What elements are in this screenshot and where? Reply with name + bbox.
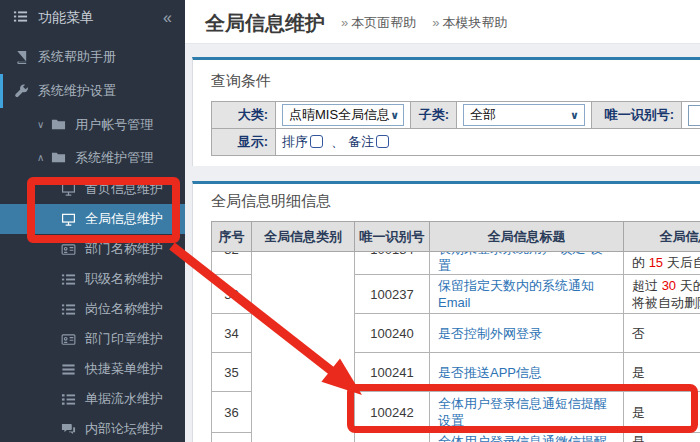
chevron-down-icon: ∨ xyxy=(390,110,399,121)
idcard-icon xyxy=(61,242,76,257)
cell-content: 的 15 天后自动 xyxy=(624,252,700,275)
page-help-link[interactable]: »本页面帮助 xyxy=(341,14,416,34)
sidebar-item-部门名称维护[interactable]: 部门名称维护 xyxy=(0,234,185,264)
sidebar-item-label: 系统维护设置 xyxy=(38,82,116,100)
sort-label: 排序 xyxy=(282,134,308,149)
detail-heading: 全局信息明细信息 xyxy=(211,192,700,211)
remark-label: 备注 xyxy=(348,134,374,149)
cell-content: 超过 30 天的系将被自动删除 xyxy=(624,275,700,314)
sidebar-item-系统帮助手册[interactable]: 系统帮助手册 xyxy=(0,40,185,74)
list-icon xyxy=(61,272,76,287)
cell-uid: 100184 xyxy=(355,252,430,275)
sidebar-header: 功能菜单 « xyxy=(0,0,185,36)
chevrons-right-icon: » xyxy=(432,15,439,30)
cell-title[interactable]: 全体用户登录信息通短信提醒设置 xyxy=(430,392,624,433)
column-header: 全局信息类别 xyxy=(252,222,355,252)
cell-serial: 33 xyxy=(212,275,252,314)
major-category-select[interactable]: 点晴MIS全局信息∨ xyxy=(282,104,404,126)
sidebar-item-单据流水维护[interactable]: 单据流水维护 xyxy=(0,384,185,414)
page-header: 全局信息维护 »本页面帮助 »本模块帮助 xyxy=(185,0,700,44)
cell-uid: 100240 xyxy=(355,314,430,353)
query-heading: 查询条件 xyxy=(211,72,700,91)
sidebar-item-部门印章维护[interactable]: 部门印章维护 xyxy=(0,324,185,354)
menu-list-icon xyxy=(13,9,28,27)
chevron-up-icon: ∧ xyxy=(37,152,44,163)
comments-icon xyxy=(61,422,76,437)
cell-serial: 34 xyxy=(212,314,252,353)
collapse-icon[interactable]: « xyxy=(163,9,172,27)
monitor-icon xyxy=(61,212,76,227)
idcard-icon xyxy=(61,332,76,347)
cell-title[interactable]: 长期未登录系统用户“锁定”设置 xyxy=(430,252,624,275)
sidebar-item-label: 全局信息维护 xyxy=(85,210,163,228)
sidebar-item-岗位名称维护[interactable]: 岗位名称维护 xyxy=(0,294,185,324)
sidebar-item-label: 单据流水维护 xyxy=(85,390,163,408)
cell-title[interactable]: 是否推送APP信息 xyxy=(430,353,624,392)
sidebar-item-快捷菜单维护[interactable]: 快捷菜单维护 xyxy=(0,354,185,384)
sidebar-item-全局信息维护[interactable]: 全局信息维护 xyxy=(0,204,185,234)
sidebar-item-label: 首页信息维护 xyxy=(85,180,163,198)
cell-title[interactable]: 全体用户登录信息通微信提醒设置 xyxy=(430,433,624,442)
uid-input[interactable] xyxy=(688,105,700,126)
module-help-link[interactable]: »本模块帮助 xyxy=(432,14,507,34)
detail-panel: 全局信息明细信息 序号全局信息类别唯一识别号全局信息标题全局信息内容 32100… xyxy=(192,181,700,442)
monitor-icon xyxy=(61,182,76,197)
cell-uid: 100241 xyxy=(355,353,430,392)
sidebar-item-label: 内部论坛维护 xyxy=(85,420,163,438)
cell-content: 是 xyxy=(624,433,700,442)
cell-serial: 32 xyxy=(212,252,252,275)
sub-category-label: 子类: xyxy=(411,102,457,129)
sidebar-item-系统维护设置[interactable]: 系统维护设置 xyxy=(0,74,185,108)
detail-table: 序号全局信息类别唯一识别号全局信息标题全局信息内容 32100184长期未登录系… xyxy=(211,221,700,442)
cell-content: 是 xyxy=(624,392,700,433)
column-header: 全局信息内容 xyxy=(624,222,700,252)
cell-content: 否 xyxy=(624,314,700,353)
sidebar-item-内部论坛维护[interactable]: 内部论坛维护 xyxy=(0,414,185,442)
bars-icon xyxy=(61,362,76,377)
sidebar-item-label: 系统维护管理 xyxy=(75,149,153,167)
sidebar-nav: 系统帮助手册系统维护设置∨用户帐号管理∧系统维护管理首页信息维护全局信息维护部门… xyxy=(0,40,185,442)
book-icon xyxy=(14,50,29,65)
sidebar-item-label: 职级名称维护 xyxy=(85,270,163,288)
query-panel: 查询条件 大类: 点晴MIS全局信息∨ 子类: 全部∨ 唯一识别号: xyxy=(192,57,700,166)
cell-serial: 35 xyxy=(212,353,252,392)
uid-label: 唯一识别号: xyxy=(592,102,682,129)
folder-icon xyxy=(51,150,66,165)
sidebar-item-职级名称维护[interactable]: 职级名称维护 xyxy=(0,264,185,294)
sidebar-item-系统维护管理[interactable]: ∧系统维护管理 xyxy=(0,141,185,174)
remark-checkbox[interactable] xyxy=(376,135,389,148)
sidebar-item-首页信息维护[interactable]: 首页信息维护 xyxy=(0,174,185,204)
sidebar-item-label: 快捷菜单维护 xyxy=(85,360,163,378)
main-content: 全局信息维护 »本页面帮助 »本模块帮助 查询条件 大类: 点晴MIS全局信息∨… xyxy=(185,0,700,442)
cell-uid xyxy=(355,433,430,442)
query-form: 大类: 点晴MIS全局信息∨ 子类: 全部∨ 唯一识别号: xyxy=(211,101,700,156)
table-header-row: 序号全局信息类别唯一识别号全局信息标题全局信息内容 xyxy=(212,222,700,252)
sub-category-select[interactable]: 全部∨ xyxy=(463,104,585,126)
column-header: 序号 xyxy=(212,222,252,252)
sidebar-title: 功能菜单 xyxy=(38,9,94,27)
cell-title[interactable]: 保留指定天数内的系统通知Email xyxy=(430,275,624,314)
list-icon xyxy=(61,302,76,317)
cell-serial: 36 xyxy=(212,392,252,433)
sort-checkbox[interactable] xyxy=(310,135,323,148)
wrench-icon xyxy=(14,84,29,99)
sidebar-item-label: 系统帮助手册 xyxy=(38,48,116,66)
cell-serial xyxy=(212,433,252,442)
display-label: 显示: xyxy=(212,129,276,156)
table-row: 32100184长期未登录系统用户“锁定”设置的 15 天后自动 xyxy=(212,252,700,275)
cell-uid: 100242 xyxy=(355,392,430,433)
cell-title[interactable]: 是否控制外网登录 xyxy=(430,314,624,353)
column-header: 唯一识别号 xyxy=(355,222,430,252)
column-header: 全局信息标题 xyxy=(430,222,624,252)
sidebar: 功能菜单 « 系统帮助手册系统维护设置∨用户帐号管理∧系统维护管理首页信息维护全… xyxy=(0,0,185,442)
sidebar-item-label: 部门印章维护 xyxy=(85,330,163,348)
sidebar-item-label: 用户帐号管理 xyxy=(75,116,153,134)
cell-uid: 100237 xyxy=(355,275,430,314)
folder-icon xyxy=(51,117,66,132)
cell-content: 是 xyxy=(624,353,700,392)
sidebar-item-用户帐号管理[interactable]: ∨用户帐号管理 xyxy=(0,108,185,141)
major-category-label: 大类: xyxy=(212,102,276,129)
sidebar-item-label: 部门名称维护 xyxy=(85,240,163,258)
chevron-down-icon: ∨ xyxy=(37,119,44,130)
page-title: 全局信息维护 xyxy=(205,12,325,34)
